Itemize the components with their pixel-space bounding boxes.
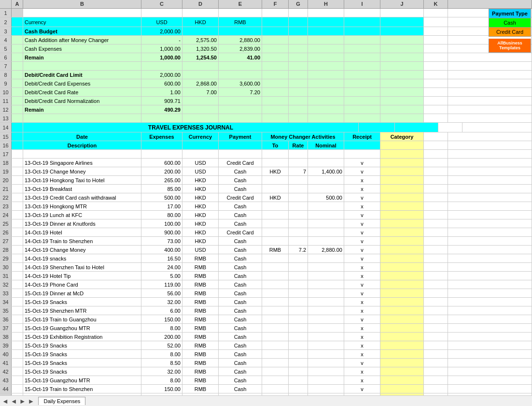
- cash-addition-d: 2,575.00: [182, 36, 219, 44]
- header-category: Category: [380, 132, 424, 141]
- table-row: 34 15-Oct-19 Snacks 32.00 RMB Cash x: [0, 298, 532, 306]
- credit-rate-label: Debit/Credit Card Rate: [23, 88, 141, 96]
- header-payment: Payment: [219, 132, 262, 141]
- credit-exp-d: 2,868.00: [182, 79, 219, 87]
- table-row: 40 15-Oct-19 Snacks 8.00 RMB Cash x: [0, 350, 532, 359]
- logo-box: AllBusinessTemplates: [489, 39, 531, 53]
- credit-norm-c: 909.71: [141, 97, 182, 105]
- last-sheet-button[interactable]: ►: [28, 397, 35, 405]
- credit-rate-c: 1.00: [141, 88, 182, 96]
- table-row: 21 13-Oct-19 Breakfast 85.00 HKD Cash x: [0, 185, 532, 193]
- cash-expenses-e: 2,839.00: [219, 44, 262, 53]
- cash-addition-c: -: [141, 36, 182, 44]
- row-13: 13: [0, 114, 532, 123]
- col-header-c: C: [141, 0, 182, 8]
- header-expenses: Expenses: [141, 132, 182, 141]
- cash-addition-label: Cash Addition after Money Changer: [23, 36, 141, 44]
- table-row: 31 14-Oct-19 Hotel Tip 5.00 RMB Cash x: [0, 272, 532, 280]
- col-header-g: G: [289, 0, 308, 8]
- cash-budget-label: Cash Budget: [23, 27, 141, 35]
- col-header-e: E: [219, 0, 262, 8]
- row-8: 8 Debit/Credit Card Limit 2,000.00: [0, 71, 532, 79]
- table-row: 33 15-Oct-19 Dinner at McD 56.00 RMB Cas…: [0, 289, 532, 298]
- table-row: 41 15-Oct-19 Snacks 8.50 RMB Cash v: [0, 359, 532, 367]
- header-to: To: [262, 141, 289, 149]
- table-row: 20 13-Oct-19 Hongkong Taxi to Hotel 265.…: [0, 176, 532, 185]
- table-row: 24 13-Oct-19 Lunch at KFC 80.00 HKD Cash…: [0, 211, 532, 219]
- credit-rate-d: 7.00: [182, 88, 219, 96]
- cash-expenses-label: Cash Expenses: [23, 44, 141, 53]
- col-header-extra: [448, 0, 532, 8]
- journal-title: TRAVEL EXPENSES JOURNAL: [23, 123, 359, 132]
- table-row: 18 13-Oct-19 Singapore Airlines 600.00 U…: [0, 159, 532, 167]
- row-9: 9 Debit/Credit Card Expenses 600.00 2,86…: [0, 79, 532, 88]
- header-receipt: Receipt: [344, 132, 380, 141]
- table-row: 19 13-Oct-19 Change Money 200.00 USD Cas…: [0, 167, 532, 176]
- remain2-label: Remain: [23, 105, 141, 114]
- credit-rate-e: 7.20: [219, 88, 262, 96]
- row-11: 11 Debit/Credit Card Normalization 909.7…: [0, 97, 532, 105]
- payment-type-header: Payment Type: [489, 9, 531, 18]
- table-row: 26 14-Oct-19 Hotel 900.00 HKD Credit Car…: [0, 228, 532, 237]
- cash-addition-e: 2,880.00: [219, 36, 262, 44]
- payment-cash-label: Cash: [489, 18, 531, 28]
- table-row: 28 14-Oct-19 Change Money 400.00 USD Cas…: [0, 246, 532, 254]
- credit-exp-e: 3,600.00: [219, 79, 262, 87]
- row-14: 14 TRAVEL EXPENSES JOURNAL: [0, 123, 532, 132]
- remain2-c: 490.29: [141, 105, 182, 114]
- cash-budget-usd: 2,000.00: [141, 27, 182, 35]
- currency-usd: USD: [141, 17, 182, 27]
- header-nominal: Nominal: [308, 141, 344, 149]
- table-row: 30 14-Oct-19 Shenzhen Taxi to Hotel 24.0…: [0, 263, 532, 272]
- table-row: 22 13-Oct-19 Credit Card cash withdrawal…: [0, 193, 532, 202]
- cash-expenses-c: 1,000.00: [141, 44, 182, 53]
- row-10: 10 Debit/Credit Card Rate 1.00 7.00 7.20: [0, 88, 532, 97]
- currency-label: Currency: [23, 17, 141, 27]
- credit-limit-c: 2,000.00: [141, 71, 182, 79]
- table-row: 27 14-Oct-19 Train to Shenzhen 73.00 HKD…: [0, 237, 532, 246]
- remain1-d: 1,254.50: [182, 53, 219, 61]
- row-6: 6 Remain 1,000.00 1,254.50 41.00: [0, 53, 532, 62]
- table-row: 43 15-Oct-19 Guangzhou MTR 8.00 RMB Cash…: [0, 376, 532, 385]
- row-7: 7: [0, 62, 532, 71]
- next-sheet-left-button[interactable]: ◄: [11, 397, 17, 405]
- table-row: 36 15-Oct-19 Train to Guangzhou 150.00 R…: [0, 315, 532, 324]
- credit-norm-label: Debit/Credit Card Normalization: [23, 97, 141, 105]
- header-money-changer: Money Changer Activities: [262, 132, 344, 141]
- col-header-b: B: [23, 0, 141, 8]
- next-sheet-right-button[interactable]: ►: [19, 397, 26, 405]
- row-1: 1: [0, 9, 532, 17]
- table-row: 25 13-Oct-19 Dinner at Knutfords 100.00 …: [0, 219, 532, 228]
- col-header-f: F: [262, 0, 289, 8]
- remain1-label: Remain: [23, 53, 141, 61]
- currency-hkd: HKD: [182, 17, 219, 27]
- header-description: Description: [23, 141, 141, 149]
- table-row: 42 15-Oct-19 Snacks 32.00 RMB Cash x: [0, 367, 532, 376]
- daily-expenses-tab[interactable]: Daily Expenses: [38, 397, 85, 405]
- header-rate: Rate: [289, 141, 308, 149]
- table-row: 32 14-Oct-19 Phone Card 119.00 RMB Cash …: [0, 280, 532, 289]
- col-header-a: A: [12, 0, 23, 8]
- table-row: 38 15-Oct-19 Exhibition Registration 200…: [0, 333, 532, 341]
- row-16: 16 Description To Rate Nominal: [0, 141, 532, 150]
- row-15: 15 Date Expenses Currency Payment Money …: [0, 132, 532, 141]
- prev-sheet-button[interactable]: ◄: [2, 397, 9, 405]
- table-row: 44 15-Oct-19 Train to Shenzhen 150.00 RM…: [0, 385, 532, 393]
- table-row: 23 13-Oct-19 Hongkong MTR 17.00 HKD Cash…: [0, 202, 532, 211]
- col-header-h: H: [308, 0, 344, 8]
- payment-credit-label: Credit Card: [489, 28, 531, 37]
- row-5: 5 Cash Expenses 1,000.00 1,320.50 2,839.…: [0, 44, 532, 53]
- cash-expenses-d: 1,320.50: [182, 44, 219, 53]
- remain1-e: 41.00: [219, 53, 262, 61]
- row-2: 2 Currency USD HKD RMB: [0, 17, 532, 27]
- row-4: 4 Cash Addition after Money Changer - 2,…: [0, 36, 532, 44]
- header-date: Date: [23, 132, 141, 141]
- credit-exp-label: Debit/Credit Card Expenses: [23, 79, 141, 87]
- col-header-k: K: [424, 0, 448, 8]
- col-header-i: I: [344, 0, 380, 8]
- credit-limit-label: Debit/Credit Card Limit: [23, 71, 141, 79]
- table-row: 39 15-Oct-19 Snacks 52.00 RMB Cash x: [0, 341, 532, 350]
- payment-type-panel: Payment Type Cash Credit Card AllBusines…: [489, 9, 531, 53]
- table-row: 35 15-Oct-19 Shenzhen MTR 6.00 RMB Cash …: [0, 306, 532, 315]
- row-3: 3 Cash Budget 2,000.00: [0, 27, 532, 36]
